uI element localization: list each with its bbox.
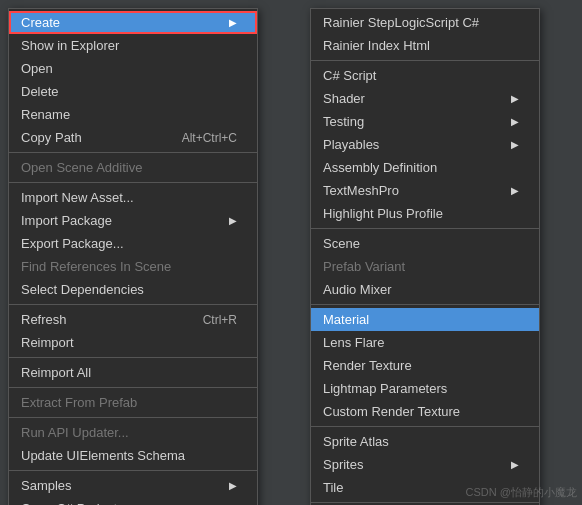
menu-item-import-package[interactable]: Import Package▶ xyxy=(9,209,257,232)
menu-item-show-in-explorer[interactable]: Show in Explorer xyxy=(9,34,257,57)
menu-item-label: Update UIElements Schema xyxy=(21,448,237,463)
menu-item-shortcut: Alt+Ctrl+C xyxy=(182,131,237,145)
menu-item-label: Rainier Index Html xyxy=(323,38,519,53)
menu-item-label: Lens Flare xyxy=(323,335,519,350)
menu-separator xyxy=(9,152,257,153)
menu-item-label: Open Scene Additive xyxy=(21,160,237,175)
menu-separator xyxy=(311,304,539,305)
submenu-arrow-icon: ▶ xyxy=(511,459,519,470)
submenu-arrow-icon: ▶ xyxy=(229,480,237,491)
menu-item-samples[interactable]: Samples▶ xyxy=(9,474,257,497)
menu-item-label: Highlight Plus Profile xyxy=(323,206,519,221)
menu-item-shader[interactable]: Shader▶ xyxy=(311,87,539,110)
menu-item-select-dependencies[interactable]: Select Dependencies xyxy=(9,278,257,301)
menu-item-delete[interactable]: Delete xyxy=(9,80,257,103)
menu-item-label: Run API Updater... xyxy=(21,425,237,440)
menu-item-label: Scene xyxy=(323,236,519,251)
menu-item-run-api-updater: Run API Updater... xyxy=(9,421,257,444)
menu-item-label: Refresh xyxy=(21,312,183,327)
menu-item-textmeshpro[interactable]: TextMeshPro▶ xyxy=(311,179,539,202)
menu-item-playables[interactable]: Playables▶ xyxy=(311,133,539,156)
menu-item-label: Extract From Prefab xyxy=(21,395,237,410)
menu-item-create[interactable]: Create▶ xyxy=(9,11,257,34)
menu-item-label: Sprites xyxy=(323,457,503,472)
menu-item-sprites[interactable]: Sprites▶ xyxy=(311,453,539,476)
menu-item-assembly-definition[interactable]: Assembly Definition xyxy=(311,156,539,179)
menu-separator xyxy=(9,357,257,358)
menu-separator xyxy=(311,60,539,61)
menu-item-label: Rainier StepLogicScript C# xyxy=(323,15,519,30)
submenu-arrow-icon: ▶ xyxy=(511,139,519,150)
menu-item-rainier-index-html[interactable]: Rainier Index Html xyxy=(311,34,539,57)
menu-item-label: Custom Render Texture xyxy=(323,404,519,419)
menu-item-label: Playables xyxy=(323,137,503,152)
menu-item-label: Create xyxy=(21,15,221,30)
menu-item-extract-from-prefab: Extract From Prefab xyxy=(9,391,257,414)
menu-item-shortcut: Ctrl+R xyxy=(203,313,237,327)
menu-item-open[interactable]: Open xyxy=(9,57,257,80)
menu-item-label: Samples xyxy=(21,478,221,493)
menu-item-sprite-atlas[interactable]: Sprite Atlas xyxy=(311,430,539,453)
menu-item-open-scene-additive: Open Scene Additive xyxy=(9,156,257,179)
menu-item-label: Show in Explorer xyxy=(21,38,237,53)
menu-separator xyxy=(9,182,257,183)
menu-item-label: Reimport All xyxy=(21,365,237,380)
menu-item-label: Lightmap Parameters xyxy=(323,381,519,396)
menu-item-audio-mixer[interactable]: Audio Mixer xyxy=(311,278,539,301)
watermark-text: CSDN @怡静的小魔龙 xyxy=(466,485,577,500)
menu-item-render-texture[interactable]: Render Texture xyxy=(311,354,539,377)
menu-item-label: Select Dependencies xyxy=(21,282,237,297)
menu-item-testing[interactable]: Testing▶ xyxy=(311,110,539,133)
menu-separator xyxy=(311,502,539,503)
right-context-menu: Rainier StepLogicScript C#Rainier Index … xyxy=(310,8,540,505)
menu-item-label: Copy Path xyxy=(21,130,162,145)
menu-item-import-new-asset[interactable]: Import New Asset... xyxy=(9,186,257,209)
left-context-menu: Create▶Show in ExplorerOpenDeleteRenameC… xyxy=(8,8,258,505)
menu-separator xyxy=(311,426,539,427)
menu-item-open-c-project[interactable]: Open C# Project xyxy=(9,497,257,505)
menu-item-label: Find References In Scene xyxy=(21,259,237,274)
menu-item-label: Render Texture xyxy=(323,358,519,373)
menu-item-label: TextMeshPro xyxy=(323,183,503,198)
menu-item-label: Shader xyxy=(323,91,503,106)
menu-item-label: Export Package... xyxy=(21,236,237,251)
menu-separator xyxy=(9,304,257,305)
submenu-arrow-icon: ▶ xyxy=(511,116,519,127)
menu-separator xyxy=(311,228,539,229)
menu-item-label: Import New Asset... xyxy=(21,190,237,205)
submenu-arrow-icon: ▶ xyxy=(511,185,519,196)
menu-item-copy-path[interactable]: Copy PathAlt+Ctrl+C xyxy=(9,126,257,149)
menu-item-prefab-variant: Prefab Variant xyxy=(311,255,539,278)
menu-item-label: Assembly Definition xyxy=(323,160,519,175)
menu-item-label: C# Script xyxy=(323,68,519,83)
submenu-arrow-icon: ▶ xyxy=(229,17,237,28)
menu-item-export-package[interactable]: Export Package... xyxy=(9,232,257,255)
menu-item-highlight-plus-profile[interactable]: Highlight Plus Profile xyxy=(311,202,539,225)
menu-item-find-references-in-scene: Find References In Scene xyxy=(9,255,257,278)
menu-item-label: Audio Mixer xyxy=(323,282,519,297)
menu-separator xyxy=(9,470,257,471)
menu-item-c-script[interactable]: C# Script xyxy=(311,64,539,87)
menu-item-label: Reimport xyxy=(21,335,237,350)
menu-item-label: Open xyxy=(21,61,237,76)
menu-item-material[interactable]: Material xyxy=(311,308,539,331)
menu-item-rename[interactable]: Rename xyxy=(9,103,257,126)
menu-item-reimport-all[interactable]: Reimport All xyxy=(9,361,257,384)
menu-item-label: Import Package xyxy=(21,213,221,228)
menu-item-lens-flare[interactable]: Lens Flare xyxy=(311,331,539,354)
menu-item-scene[interactable]: Scene xyxy=(311,232,539,255)
menu-item-refresh[interactable]: RefreshCtrl+R xyxy=(9,308,257,331)
menu-item-label: Material xyxy=(323,312,519,327)
menu-item-update-uielements-schema[interactable]: Update UIElements Schema xyxy=(9,444,257,467)
menu-item-label: Open C# Project xyxy=(21,501,237,505)
menu-item-label: Rename xyxy=(21,107,237,122)
menu-item-rainier-steplogicscript-c[interactable]: Rainier StepLogicScript C# xyxy=(311,11,539,34)
menu-separator xyxy=(9,417,257,418)
menu-item-custom-render-texture[interactable]: Custom Render Texture xyxy=(311,400,539,423)
menu-separator xyxy=(9,387,257,388)
menu-item-label: Delete xyxy=(21,84,237,99)
submenu-arrow-icon: ▶ xyxy=(511,93,519,104)
menu-item-label: Prefab Variant xyxy=(323,259,519,274)
menu-item-lightmap-parameters[interactable]: Lightmap Parameters xyxy=(311,377,539,400)
menu-item-reimport[interactable]: Reimport xyxy=(9,331,257,354)
